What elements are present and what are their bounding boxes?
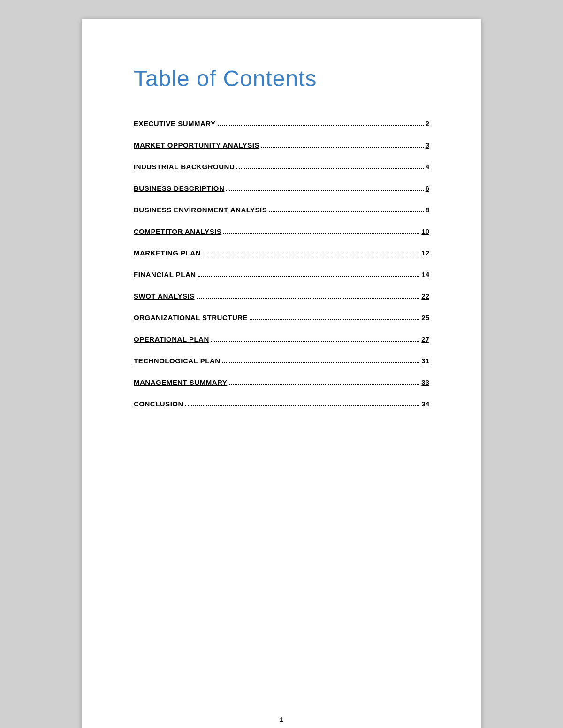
toc-page-number: 3 <box>426 141 429 149</box>
toc-label: OPERATIONAL PLAN <box>134 335 209 343</box>
toc-page-number: 25 <box>421 314 429 322</box>
toc-label: MARKETING PLAN <box>134 249 201 257</box>
toc-item: MARKET OPPORTUNITY ANALYSIS3 <box>134 141 429 150</box>
toc-label: COMPETITOR ANALYSIS <box>134 227 221 235</box>
toc-page-number: 31 <box>421 357 429 365</box>
toc-item: MARKETING PLAN12 <box>134 249 429 257</box>
toc-dots <box>269 211 423 212</box>
toc-page-number: 2 <box>426 120 429 128</box>
page-title: Table of Contents <box>134 66 429 91</box>
toc-dots <box>250 319 419 320</box>
toc-label: EXECUTIVE SUMMARY <box>134 120 216 128</box>
toc-item: EXECUTIVE SUMMARY2 <box>134 120 429 128</box>
toc-page-number: 12 <box>421 249 429 257</box>
toc-item: INDUSTRIAL BACKGROUND4 <box>134 163 429 171</box>
toc-item: TECHNOLOGICAL PLAN31 <box>134 357 429 365</box>
toc-page-number: 27 <box>421 335 429 343</box>
toc-page-number: 22 <box>421 292 429 300</box>
toc-dots <box>229 384 419 385</box>
page-number: 1 <box>82 716 481 723</box>
table-of-contents: EXECUTIVE SUMMARY2MARKET OPPORTUNITY ANA… <box>134 120 429 408</box>
toc-item: ORGANIZATIONAL STRUCTURE25 <box>134 314 429 322</box>
toc-label: ORGANIZATIONAL STRUCTURE <box>134 314 248 322</box>
toc-item: BUSINESS DESCRIPTION6 <box>134 184 429 193</box>
toc-label: FINANCIAL PLAN <box>134 270 196 278</box>
toc-dots <box>226 190 423 191</box>
toc-dots <box>218 125 424 126</box>
toc-label: MARKET OPPORTUNITY ANALYSIS <box>134 141 259 149</box>
toc-page-number: 6 <box>426 184 429 192</box>
toc-item: COMPETITOR ANALYSIS10 <box>134 227 429 236</box>
toc-page-number: 10 <box>421 227 429 235</box>
toc-item: BUSINESS ENVIRONMENT ANALYSIS8 <box>134 206 429 214</box>
toc-page-number: 34 <box>421 400 429 408</box>
toc-dots <box>223 233 419 234</box>
toc-item: FINANCIAL PLAN14 <box>134 270 429 279</box>
document-page: Table of Contents EXECUTIVE SUMMARY2MARK… <box>82 19 481 728</box>
toc-dots <box>185 405 419 406</box>
toc-dots <box>197 298 420 299</box>
toc-dots <box>203 255 419 255</box>
toc-item: OPERATIONAL PLAN27 <box>134 335 429 344</box>
toc-item: MANAGEMENT SUMMARY33 <box>134 378 429 387</box>
toc-dots <box>198 276 420 277</box>
toc-label: SWOT ANALYSIS <box>134 292 195 300</box>
toc-page-number: 8 <box>426 206 429 214</box>
toc-item: SWOT ANALYSIS22 <box>134 292 429 300</box>
toc-page-number: 33 <box>421 378 429 386</box>
toc-label: BUSINESS ENVIRONMENT ANALYSIS <box>134 206 267 214</box>
toc-label: MANAGEMENT SUMMARY <box>134 378 227 386</box>
toc-page-number: 4 <box>426 163 429 171</box>
toc-item: CONCLUSION34 <box>134 400 429 408</box>
toc-label: INDUSTRIAL BACKGROUND <box>134 163 235 171</box>
toc-dots <box>211 341 420 342</box>
toc-dots <box>261 147 424 148</box>
toc-dots <box>222 362 420 363</box>
toc-label: TECHNOLOGICAL PLAN <box>134 357 221 365</box>
toc-dots <box>236 168 423 169</box>
toc-label: CONCLUSION <box>134 400 183 408</box>
toc-label: BUSINESS DESCRIPTION <box>134 184 224 192</box>
toc-page-number: 14 <box>421 270 429 278</box>
